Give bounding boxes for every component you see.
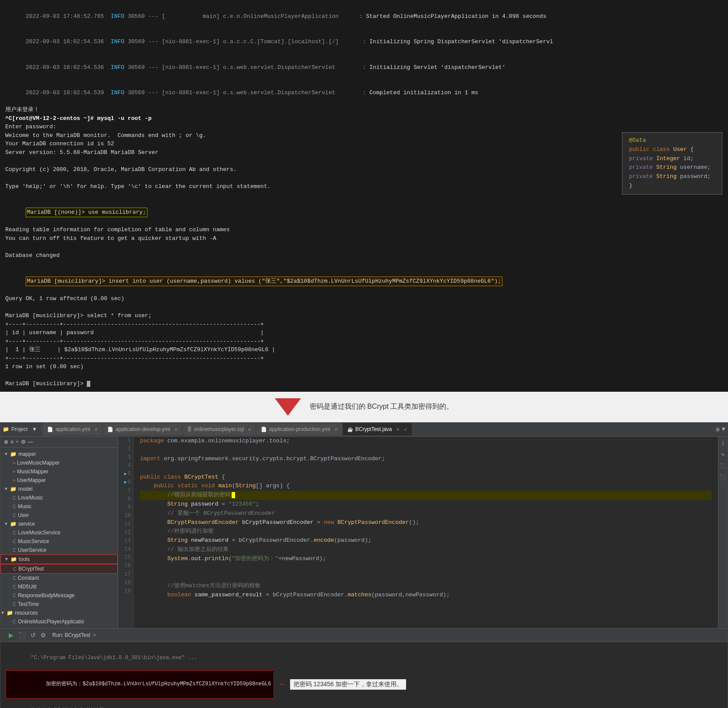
tab-application-develop-yml[interactable]: 📄 application-develop.yml ✕: [103, 423, 182, 435]
close-icon-4[interactable]: ✕: [334, 427, 338, 432]
terminal-line-9: Your MariaDB connection id is 52: [5, 140, 723, 148]
run-command-line: "C:\Program Files\Java\jdk1.8.0_301\bin\…: [6, 646, 722, 671]
tree-folder-tools[interactable]: ▼ 📁 tools: [0, 554, 118, 564]
tree-file-lovemusicservice[interactable]: C LoveMusicService: [0, 528, 118, 537]
yml-dev-icon: 📄: [107, 427, 113, 432]
tree-folder-mapper[interactable]: ▼ 📁 mapper: [0, 450, 118, 458]
tree-file-music[interactable]: C Music: [0, 502, 118, 511]
tree-file-md5util[interactable]: C MD5Util: [0, 582, 118, 591]
tree-file-user[interactable]: C User: [0, 511, 118, 520]
terminal-line-12: Type 'help;' or '\h' for help. Type '\c'…: [5, 182, 723, 191]
file-name-music: Music: [18, 503, 31, 510]
mapper-icon-3: ≈: [13, 478, 15, 483]
java-icon-onlinemusicplayer: C: [13, 619, 16, 624]
tree-file-lovemusicmapper[interactable]: ≈ LoveMusicMapper: [0, 458, 118, 467]
tree-folder-model[interactable]: ▼ 📁 model: [0, 485, 118, 493]
tree-file-musicservice[interactable]: C MusicService: [0, 537, 118, 546]
tab-onlinemusicplayer-sql[interactable]: 🗄 onlinemusicplayer.sql ✕: [183, 423, 256, 435]
side-icon-2[interactable]: ✎: [720, 450, 726, 459]
tab-bcrypttest-java[interactable]: ☕ BCryptTest.java ✕ ✓: [343, 423, 412, 435]
tree-file-musicmapper[interactable]: ≈ MusicMapper: [0, 467, 118, 476]
file-name-lovemusicmapper: LoveMusicMapper: [17, 460, 60, 466]
file-name-userservice: UserService: [18, 547, 46, 553]
tree-file-testtime[interactable]: C TestTime: [0, 600, 118, 609]
tree-file-lovemusic[interactable]: C LoveMusic: [0, 493, 118, 502]
code-line-3: import org.springframework.security.cryp…: [140, 455, 711, 464]
run-rerun-button[interactable]: ↺: [29, 631, 38, 640]
side-icon-3[interactable]: ⬛: [718, 462, 728, 471]
close-icon-1[interactable]: ✕: [94, 427, 98, 432]
terminal-line-18: +----+----------+-----------------------…: [5, 320, 723, 329]
popup-field3: private String password;: [629, 172, 715, 181]
terminal-prompt: MariaDB [musiclibrary]>: [5, 380, 723, 388]
run-label: Run:: [52, 632, 63, 638]
tree-file-responsebodymessage[interactable]: C ResponseBodyMessage: [0, 591, 118, 600]
code-editor[interactable]: 1 2 3 4 ▶ 5 ▶ 6 7 8 9 10 11: [118, 437, 718, 628]
settings-icon[interactable]: ⚙: [716, 426, 719, 433]
terminal-line-blank4: [5, 243, 723, 251]
run-arrow-icon: ←: [280, 679, 286, 689]
java-icon-music: C: [13, 504, 16, 509]
run-gutter-icon[interactable]: ▶: [124, 471, 127, 478]
project-tree: ▼ 📁 mapper ≈ LoveMusicMapper ≈ MusicMapp…: [0, 448, 118, 628]
folder-name-resources: resources: [15, 610, 38, 616]
dropdown-icon[interactable]: ▼: [722, 426, 725, 433]
run-settings-button[interactable]: ⚙: [39, 631, 48, 640]
popup-field2: private String username;: [629, 163, 715, 172]
editor-tabs[interactable]: 📄 application.yml ✕ 📄 application-develo…: [43, 423, 715, 435]
terminal-line-blank1: [5, 157, 723, 165]
run-gutter-icon-6[interactable]: ▶: [124, 479, 127, 486]
folder-icon: 📁: [10, 451, 17, 457]
tree-file-constant[interactable]: C Constant: [0, 574, 118, 582]
minus-icon[interactable]: —: [28, 439, 33, 445]
run-play-button[interactable]: ▶: [7, 631, 15, 640]
add-icon[interactable]: ⊕: [4, 439, 8, 445]
java-icon-user: C: [13, 513, 16, 518]
collapse-arrow-service: ▼: [4, 521, 8, 526]
code-content[interactable]: package com.example.onlinemusicplayer.to…: [133, 437, 718, 628]
mapper-icon-1: ≈: [13, 460, 15, 465]
close-icon-3[interactable]: ✕: [248, 427, 251, 432]
code-line-4: [140, 464, 711, 473]
java-icon-lovemusicservice: C: [13, 530, 16, 535]
run-controls: ▶ ⬛ ↺ ⚙: [5, 630, 50, 640]
terminal-line-11: Copyright (c) 2000, 2018, Oracle, MariaD…: [5, 165, 723, 174]
split-icon[interactable]: ÷: [16, 439, 19, 445]
run-tab-close[interactable]: ✕: [92, 632, 97, 638]
list-icon[interactable]: ≡: [10, 439, 14, 445]
gear-icon[interactable]: ⚙: [21, 439, 26, 445]
file-name-usermapper: UserMapper: [17, 477, 46, 483]
code-line-12: String newPassword = bCryptPasswordEncod…: [140, 536, 711, 545]
side-icon-1[interactable]: ⟩: [720, 439, 726, 448]
java-icon-musicservice: C: [13, 539, 16, 544]
file-name-testtime: TestTime: [18, 601, 39, 607]
popup-class: public class User {: [629, 145, 715, 154]
file-name-lovemusic: LoveMusic: [18, 495, 43, 501]
run-stop-button[interactable]: ⬛: [17, 631, 27, 640]
tree-file-onlinemusicplayerapplication[interactable]: C OnlineMusicPlayerApplicatio: [0, 617, 118, 626]
tree-folder-resources[interactable]: ▼ 📁 resources: [0, 609, 118, 617]
tab-application-yml[interactable]: 📄 application.yml ✕: [43, 423, 102, 435]
run-annotation-text: 把密码 123456 加密一下，拿过来使用。: [290, 679, 407, 690]
sql-icon: 🗄: [187, 427, 192, 432]
tree-file-bcrypttest[interactable]: C BCryptTest: [0, 564, 118, 574]
java-icon-bcrypttest: C: [13, 566, 17, 571]
tab-checkmark: ✓: [404, 427, 407, 432]
run-output-line-1: 加密的密码为：$2a$10$dThzm.LVnUnrLsUfUlpHzuhyMP…: [6, 670, 274, 698]
code-line-17: //使用matches方法进行密码的校验: [140, 581, 711, 591]
java-icon: ☕: [347, 427, 353, 432]
tree-file-userservice[interactable]: C UserService: [0, 546, 118, 554]
tab-label-4: application-production.yml: [269, 426, 330, 432]
close-icon-2[interactable]: ✕: [174, 427, 178, 432]
folder-name-mapper: mapper: [18, 451, 36, 457]
tree-file-usermapper[interactable]: ≈ UserMapper: [0, 476, 118, 485]
tree-folder-service[interactable]: ▼ 📁 service: [0, 520, 118, 528]
close-icon-5[interactable]: ✕: [396, 427, 400, 432]
ide-body: ⊕ ≡ ÷ ⚙ — ▼ 📁 mapper: [0, 437, 728, 628]
folder-icon-model: 📁: [10, 486, 17, 492]
project-panel: ⊕ ≡ ÷ ⚙ — ▼ 📁 mapper: [0, 437, 118, 628]
code-line-15: [140, 564, 711, 573]
tab-application-production-yml[interactable]: 📄 application-production.yml ✕: [256, 423, 342, 435]
run-annotation-container: ← 把密码 123456 加密一下，拿过来使用。: [280, 679, 407, 690]
side-icon-4[interactable]: ⬛: [718, 473, 728, 482]
